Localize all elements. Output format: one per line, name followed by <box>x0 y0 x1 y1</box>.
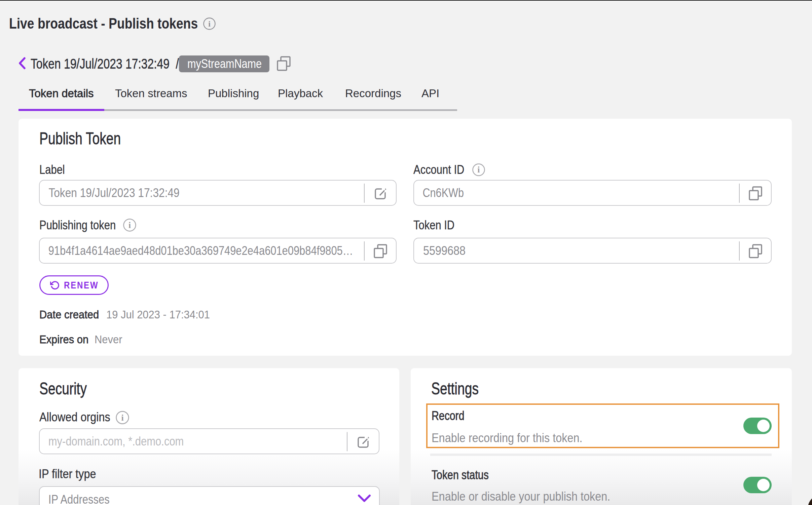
svg-text:i: i <box>128 220 131 230</box>
svg-text:i: i <box>208 20 211 28</box>
svg-text:i: i <box>121 413 123 423</box>
svg-text:i: i <box>478 165 480 174</box>
